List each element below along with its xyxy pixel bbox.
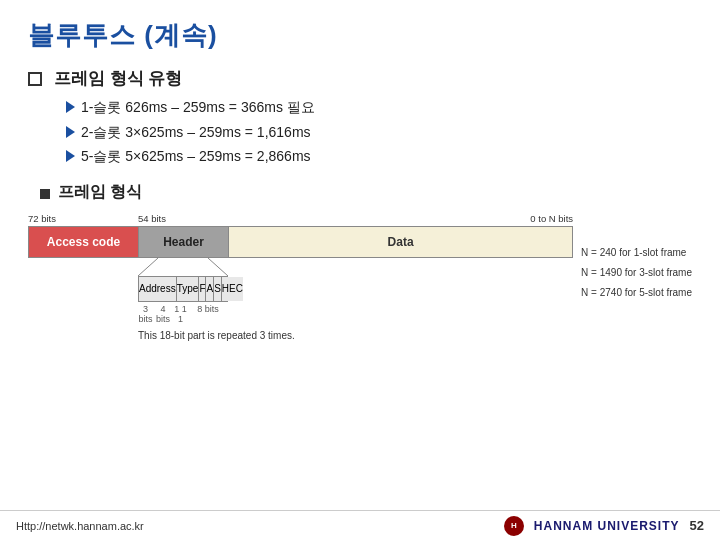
section-frame-format: 프레임 형식 72 bits 54 bits 0 to N bits Acces…	[28, 182, 692, 341]
address-bits-label: 3 bits	[138, 304, 153, 324]
section-heading-types: 프레임 형식 유형	[28, 67, 692, 90]
access-code-box: Access code	[29, 227, 139, 257]
bottom-bar: Http://netwk.hannam.ac.kr H HANNAM UNIVE…	[0, 510, 720, 540]
header-box: Header	[139, 227, 229, 257]
university-name: HANNAM UNIVERSITY	[534, 519, 680, 533]
slot2-text: 2-슬롯 3×625ms – 259ms = 1,616ms	[81, 123, 311, 143]
n-values-area: N = 240 for 1-slot frame N = 1490 for 3-…	[581, 213, 692, 303]
arrow-bullet-icon	[66, 150, 75, 162]
list-item: 1-슬롯 626ms – 259ms = 366ms 필요	[66, 98, 692, 118]
hec-bits-label: 8 bits	[188, 304, 228, 324]
frame-format-label: 프레임 형식	[58, 182, 142, 203]
arrow-bullet-icon	[66, 126, 75, 138]
footnote: This 18-bit part is repeated 3 times.	[138, 330, 573, 341]
n-value-1: N = 240 for 1-slot frame	[581, 243, 692, 263]
svg-line-0	[138, 258, 158, 276]
full-diagram-area: 72 bits 54 bits 0 to N bits Access code …	[28, 213, 692, 341]
n-value-3: N = 2740 for 5-slot frame	[581, 283, 692, 303]
svg-line-1	[208, 258, 228, 276]
diagram-left: 72 bits 54 bits 0 to N bits Access code …	[28, 213, 573, 341]
f-box: F	[199, 277, 206, 301]
page-number: 52	[690, 518, 704, 533]
frame-diagram: 72 bits 54 bits 0 to N bits Access code …	[28, 209, 692, 341]
header-detail-area: Address Type F A S HEC 3 bits 4 bits	[138, 258, 228, 324]
square-bullet-icon	[40, 189, 50, 199]
header-expand-indicator	[138, 258, 228, 276]
frame-boxes: Access code Header Data	[28, 226, 573, 258]
s-box: S	[214, 277, 222, 301]
top-bit-labels: 72 bits 54 bits 0 to N bits	[28, 213, 573, 224]
bits-72-label: 72 bits	[28, 213, 138, 224]
page-title: 블루투스 (계속)	[28, 18, 692, 53]
type-box: Type	[177, 277, 200, 301]
slot1-text: 1-슬롯 626ms – 259ms = 366ms 필요	[81, 98, 315, 118]
arrow-bullet-icon	[66, 101, 75, 113]
slot5-text: 5-슬롯 5×625ms – 259ms = 2,866ms	[81, 147, 311, 167]
bits-54-label: 54 bits	[138, 213, 228, 224]
address-box: Address	[139, 277, 177, 301]
a-box: A	[206, 277, 214, 301]
sub-header-boxes: Address Type F A S HEC	[138, 276, 228, 302]
checkbox-icon	[28, 72, 42, 86]
sub-bit-labels: 3 bits 4 bits 1 1 1 8 bits	[138, 304, 228, 324]
bits-n-label: 0 to N bits	[228, 213, 573, 224]
footer-right: H HANNAM UNIVERSITY 52	[504, 516, 704, 536]
university-logo: H	[504, 516, 524, 536]
type-bits-label: 4 bits	[153, 304, 173, 324]
expand-lines-svg	[138, 258, 228, 276]
sub-row: Address Type F A S HEC 3 bits 4 bits	[28, 258, 573, 324]
hec-box: HEC	[222, 277, 243, 301]
data-box: Data	[229, 227, 572, 257]
footer-url: Http://netwk.hannam.ac.kr	[16, 520, 144, 532]
frame-format-heading: 프레임 형식	[40, 182, 692, 203]
list-item: 5-슬롯 5×625ms – 259ms = 2,866ms	[66, 147, 692, 167]
section-types-label: 프레임 형식 유형	[54, 67, 182, 90]
access-spacer	[28, 258, 138, 324]
bullet-list-types: 1-슬롯 626ms – 259ms = 366ms 필요 2-슬롯 3×625…	[66, 98, 692, 167]
list-item: 2-슬롯 3×625ms – 259ms = 1,616ms	[66, 123, 692, 143]
n-value-2: N = 1490 for 3-slot frame	[581, 263, 692, 283]
fas-bits-label: 1 1 1	[173, 304, 188, 324]
section-frame-types: 프레임 형식 유형 1-슬롯 626ms – 259ms = 366ms 필요 …	[28, 67, 692, 172]
